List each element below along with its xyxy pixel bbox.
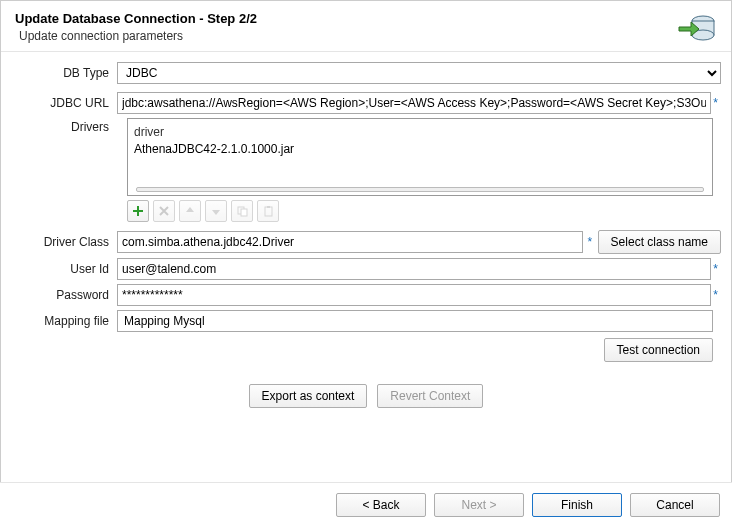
required-marker: * <box>587 235 593 249</box>
test-connection-button[interactable]: Test connection <box>604 338 713 362</box>
form-body: DB Type JDBC JDBC URL * Drivers driver A… <box>1 52 731 408</box>
user-id-label: User Id <box>11 262 117 276</box>
password-label: Password <box>11 288 117 302</box>
wizard-header: Update Database Connection - Step 2/2 Up… <box>1 1 731 52</box>
required-marker: * <box>713 288 721 302</box>
drivers-toolbar <box>127 200 713 222</box>
back-button[interactable]: < Back <box>336 493 426 517</box>
user-id-input[interactable] <box>117 258 711 280</box>
copy-button <box>231 200 253 222</box>
drivers-list[interactable]: driver AthenaJDBC42-2.1.0.1000.jar <box>127 118 713 196</box>
page-title: Update Database Connection - Step 2/2 <box>15 11 257 26</box>
svg-rect-5 <box>265 207 272 216</box>
page-subtitle: Update connection parameters <box>19 29 257 43</box>
jdbc-url-input[interactable] <box>117 92 711 114</box>
export-context-button[interactable]: Export as context <box>249 384 368 408</box>
svg-rect-4 <box>241 209 247 216</box>
revert-context-button: Revert Context <box>377 384 483 408</box>
driver-class-label: Driver Class <box>11 235 117 249</box>
add-driver-button[interactable] <box>127 200 149 222</box>
finish-button[interactable]: Finish <box>532 493 622 517</box>
required-marker: * <box>713 96 721 110</box>
mapping-file-label: Mapping file <box>11 314 117 328</box>
drivers-list-header: driver <box>134 123 706 141</box>
driver-class-input[interactable] <box>117 231 583 253</box>
next-button: Next > <box>434 493 524 517</box>
db-type-select[interactable]: JDBC <box>117 62 721 84</box>
horizontal-scrollbar[interactable] <box>136 187 704 192</box>
cancel-button[interactable]: Cancel <box>630 493 720 517</box>
jdbc-url-label: JDBC URL <box>11 96 117 110</box>
svg-rect-6 <box>267 206 270 208</box>
wizard-icon <box>677 11 717 43</box>
wizard-footer: < Back Next > Finish Cancel <box>0 482 732 527</box>
mapping-file-field[interactable]: Mapping Mysql <box>117 310 713 332</box>
select-class-button[interactable]: Select class name <box>598 230 721 254</box>
move-down-button <box>205 200 227 222</box>
db-type-label: DB Type <box>11 66 117 80</box>
drivers-label: Drivers <box>11 118 117 134</box>
move-up-button <box>179 200 201 222</box>
paste-button <box>257 200 279 222</box>
remove-driver-button <box>153 200 175 222</box>
driver-item[interactable]: AthenaJDBC42-2.1.0.1000.jar <box>134 141 706 157</box>
required-marker: * <box>713 262 721 276</box>
password-input[interactable] <box>117 284 711 306</box>
